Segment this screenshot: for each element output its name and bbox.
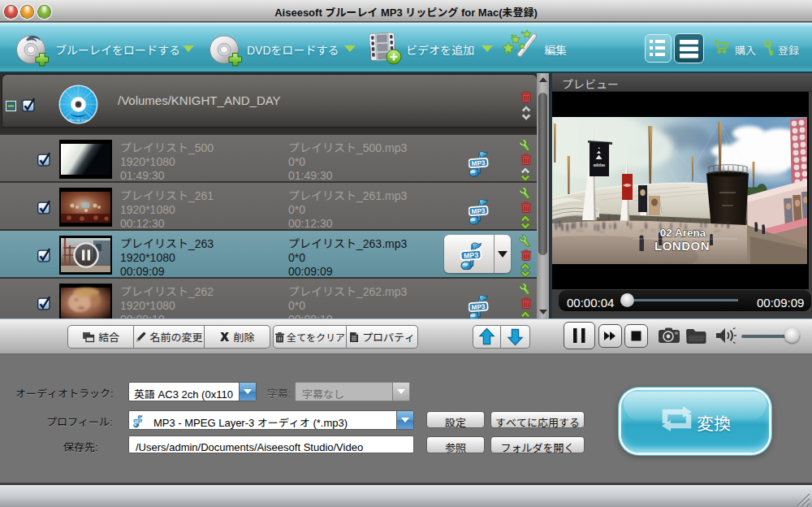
svg-text:Blu-ray Disc: Blu-ray Disc xyxy=(69,118,89,122)
svg-text:02 Arena: 02 Arena xyxy=(660,227,706,239)
svg-text:LONDON: LONDON xyxy=(654,239,710,253)
svg-text:adidas: adidas xyxy=(594,163,606,167)
